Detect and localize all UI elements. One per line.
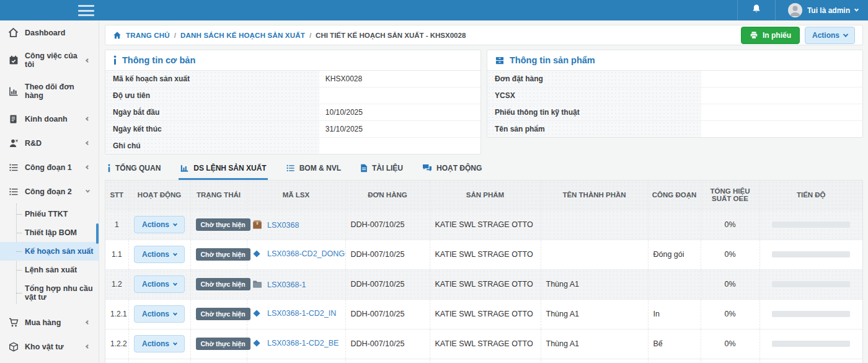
row-actions-button[interactable]: Actions (134, 335, 185, 352)
row-oee: 0% (701, 269, 760, 299)
panel-title: Thông tin cơ bản (122, 55, 195, 65)
row-component (541, 240, 648, 269)
status-badge: Chờ thực hiện (196, 338, 250, 350)
lsx-code-cell: LSX0368-1-CD2_IN (247, 299, 345, 329)
bell-icon (751, 4, 761, 17)
tab-tong-quan[interactable]: TỔNG QUAN (106, 163, 162, 180)
chevron-left-icon (86, 141, 90, 145)
lsx-code-cell: LSX0368-CD2_DONGGOI (247, 240, 345, 269)
col-cong-doan: CÔNG ĐOẠN (648, 181, 701, 210)
breadcrumb-link-home[interactable]: TRANG CHỦ (126, 32, 170, 39)
sidebar-item-kinh-doanh[interactable]: Kinh doanh (0, 107, 99, 131)
list-icon (8, 186, 19, 197)
sidebar-item-kho-thanh-pham[interactable]: Kho thành phẩm (0, 359, 99, 363)
info-row: YCSX (487, 87, 862, 104)
row-progress (760, 269, 862, 299)
home-icon (113, 31, 122, 40)
tab-ds-lenh-san-xuat[interactable]: DS LỆNH SẢN XUẤT (179, 163, 267, 180)
topbar: Tui là admin (0, 0, 868, 20)
breadcrumb-link-list[interactable]: DANH SÁCH KẾ HOẠCH SẢN XUẤT (180, 32, 305, 39)
sidebar-item-cong-doan-1[interactable]: Công đoạn 1 (0, 155, 99, 179)
info-row: Ghi chú (105, 138, 480, 154)
col-trang-thai: TRẠNG THÁI (190, 181, 247, 210)
sidebar-item-phieu-ttkt[interactable]: Phiếu TTKT (0, 205, 99, 223)
tab-tai-lieu[interactable]: TÀI LIỆU (359, 163, 404, 180)
row-stt: 1.2.1 (105, 299, 128, 329)
row-oee: 0% (701, 210, 760, 240)
row-order: DDH-007/10/25 (345, 299, 430, 329)
table-row: 1.2.3 Actions Chờ thực hiện LSX0368-1-CD… (105, 359, 862, 363)
diamond-icon (252, 309, 262, 319)
tab-hoat-dong[interactable]: HOẠT ĐỘNG (421, 163, 483, 180)
notifications-button[interactable] (738, 0, 775, 20)
lsx-code-link[interactable]: LSX0368-1-CD2_IN (267, 309, 336, 318)
tab-bom-nvl[interactable]: BOM & NVL (285, 163, 342, 180)
sidebar-scrollbar-thumb[interactable] (96, 223, 99, 244)
chat-icon (422, 164, 432, 173)
row-actions-button[interactable]: Actions (134, 276, 185, 293)
row-stage: Dán (648, 359, 701, 363)
row-actions-button[interactable]: Actions (134, 246, 185, 263)
row-stt: 1.2.3 (105, 359, 128, 363)
row-progress (760, 210, 862, 240)
person-icon (8, 138, 19, 148)
status-badge: Chờ thực hiện (196, 308, 250, 320)
row-stt: 1.1 (105, 240, 128, 269)
sidebar-item-kho-vat-tu[interactable]: Kho vật tư (0, 334, 99, 359)
hamburger-menu-icon[interactable] (78, 5, 94, 16)
table-row: 1.2 Actions Chờ thực hiện LSX0368-1 DDH-… (105, 269, 862, 299)
lsx-code-link[interactable]: LSX0368-CD2_DONGGOI (267, 249, 345, 258)
col-stt: STT (105, 181, 128, 210)
progress-bar (772, 311, 850, 317)
sidebar-item-cong-doan-2[interactable]: Công đoạn 2 (0, 179, 99, 204)
chevron-down-icon (854, 7, 859, 12)
home-icon (8, 27, 19, 38)
lsx-code-link[interactable]: LSX0368 (267, 221, 299, 230)
row-component: Thùng A1 (541, 329, 648, 359)
row-progress (760, 240, 862, 269)
row-order: DDH-007/10/25 (345, 210, 430, 240)
sidebar-item-dashboard[interactable]: Dashboard (0, 20, 99, 45)
info-row: Độ ưu tiên (105, 87, 480, 104)
diamond-icon (252, 249, 262, 259)
breadcrumb: TRANG CHỦ / DANH SÁCH KẾ HOẠCH SẢN XUẤT … (113, 31, 741, 40)
chevron-down-icon (173, 251, 177, 256)
breadcrumb-current: CHI TIẾT KẾ HOẠCH SẢN XUẤT - KHSX0028 (316, 32, 466, 39)
chevron-down-icon (173, 311, 177, 315)
row-component: Thùng A1 (541, 299, 648, 329)
row-component (541, 210, 648, 240)
sidebar-item-tong-hop-nhu-cau-vat-tu[interactable]: Tổng hợp nhu cầu vật tư (0, 279, 99, 307)
sidebar-item-thiet-lap-bom[interactable]: Thiết lập BOM (0, 223, 99, 242)
sidebar-item-mua-hang[interactable]: Mua hàng (0, 310, 99, 334)
info-row: Tên sản phẩm (487, 121, 862, 137)
table-row: 1 Actions Chờ thực hiện LSX0368 DDH-007/… (105, 210, 862, 240)
progress-bar (772, 222, 850, 228)
info-icon (107, 164, 111, 173)
col-oee: TỔNG HIỆU SUẤT OEE (701, 181, 760, 210)
lsx-code-cell: LSX0368 (247, 210, 345, 240)
chevron-left-icon (86, 344, 90, 349)
user-menu[interactable]: Tui là admin (776, 0, 862, 20)
sidebar-item-ke-hoach-san-xuat[interactable]: Kế hoạch sản xuất (0, 242, 99, 261)
sidebar-item-theo-doi-don-hang[interactable]: Theo dõi đơn hàng (0, 76, 99, 107)
row-progress (760, 299, 862, 329)
info-icon (113, 55, 117, 65)
sidebar-item-cong-viec-cua-toi[interactable]: Công việc của tôi (0, 45, 99, 76)
page-actions-button[interactable]: Actions (805, 27, 855, 44)
row-actions-button[interactable]: Actions (134, 305, 185, 323)
row-stt: 1.2 (105, 269, 128, 299)
sidebar-item-lenh-san-xuat[interactable]: Lệnh sản xuất (0, 261, 99, 279)
lsx-code-link[interactable]: LSX0368-1 (267, 280, 306, 289)
info-row: Ngày kết thúc 31/10/2025 (105, 121, 480, 138)
row-product: KATIE SWL STRAGE OTTO (430, 210, 541, 240)
row-actions-button[interactable]: Actions (134, 216, 185, 233)
chevron-left-icon (86, 165, 90, 169)
print-button[interactable]: In phiếu (741, 27, 800, 44)
col-san-pham: SẢN PHẨM (430, 181, 541, 210)
sidebar-item-rd[interactable]: R&D (0, 131, 99, 155)
chevron-down-icon (173, 341, 177, 345)
chevron-left-icon (86, 117, 90, 121)
lsx-code-link[interactable]: LSX0368-1-CD2_BE (267, 339, 339, 347)
calendar-check-icon (8, 55, 19, 66)
info-row: Phiếu thông tin kỹ thuật (487, 104, 862, 121)
